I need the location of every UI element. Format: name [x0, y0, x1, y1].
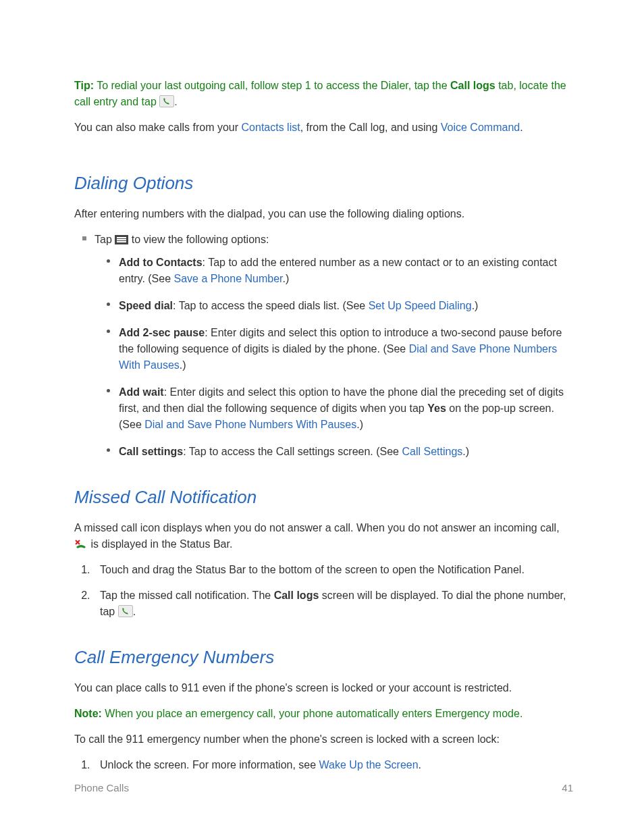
tip-text-1: To redial your last outgoing call, follo…: [97, 80, 450, 91]
s2-pre: Tap the missed call notification. The: [100, 590, 274, 601]
page-footer: Phone Calls 41: [74, 782, 573, 793]
tap-post: to view the following options:: [128, 234, 269, 245]
heading-missed-call: Missed Call Notification: [74, 487, 573, 508]
option-add-2sec-pause: Add 2-sec pause: Enter digits and select…: [119, 325, 573, 373]
missed-lead: A missed call icon displays when you do …: [74, 520, 573, 552]
opt-yes: Yes: [427, 402, 446, 414]
e1-pre: Unlock the screen. For more information,…: [100, 759, 319, 771]
note-label: Note:: [74, 708, 102, 719]
dial-icon: [159, 95, 174, 107]
option-add-to-contacts: Add to Contacts: Tap to add the entered …: [119, 255, 573, 287]
opt-post: .): [462, 446, 469, 457]
missed-call-icon: [74, 538, 88, 549]
tip-bold-call-logs: Call logs: [450, 80, 495, 91]
opt-bold: Call settings: [119, 446, 183, 457]
opt-post: .): [283, 273, 290, 284]
option-call-settings: Call settings: Tap to access the Call se…: [119, 444, 573, 460]
dialing-tap-item: Tap to view the following options: Add t…: [95, 232, 573, 460]
opt-bold: Add wait: [119, 386, 164, 398]
missed-lead-pre: A missed call icon displays when you do …: [74, 522, 560, 533]
opt-bold: Add to Contacts: [119, 257, 203, 268]
footer-page-number: 41: [562, 782, 573, 793]
dialing-options-list: Add to Contacts: Tap to add the entered …: [95, 255, 573, 460]
opt-post: .): [180, 359, 186, 371]
link-voice-command[interactable]: Voice Command: [441, 122, 520, 133]
option-speed-dial: Speed dial: Tap to access the speed dial…: [119, 298, 573, 314]
dialing-lead: After entering numbers with the dialpad,…: [74, 206, 573, 222]
emergency-step-1: Unlock the screen. For more information,…: [93, 757, 573, 773]
opt-post: .): [356, 419, 363, 430]
link-wake-up-screen[interactable]: Wake Up the Screen: [319, 759, 419, 771]
tip-paragraph: Tip: To redial your last outgoing call, …: [74, 78, 573, 110]
opt-post: .): [472, 300, 479, 311]
opt-bold: Add 2-sec pause: [119, 327, 205, 338]
intro-post: .: [520, 122, 522, 133]
footer-section: Phone Calls: [74, 782, 129, 793]
link-contacts-list[interactable]: Contacts list: [242, 122, 300, 133]
emergency-lead: You can place calls to 911 even if the p…: [74, 680, 573, 696]
option-add-wait: Add wait: Enter digits and select this o…: [119, 384, 573, 433]
heading-emergency: Call Emergency Numbers: [74, 647, 573, 668]
intro-paragraph: You can also make calls from your Contac…: [74, 120, 573, 136]
heading-dialing-options: Dialing Options: [74, 173, 573, 194]
note-text: When you place an emergency call, your p…: [105, 708, 522, 719]
link-set-up-speed-dialing[interactable]: Set Up Speed Dialing: [369, 300, 472, 311]
s2-post: .: [133, 606, 136, 617]
link-save-phone-number[interactable]: Save a Phone Number: [174, 273, 283, 284]
e1-post: .: [419, 759, 421, 771]
emergency-body: To call the 911 emergency number when th…: [74, 731, 573, 748]
emergency-note: Note: When you place an emergency call, …: [74, 706, 573, 722]
emergency-steps: Unlock the screen. For more information,…: [74, 757, 573, 773]
dialing-outer-list: Tap to view the following options: Add t…: [74, 232, 573, 460]
tap-pre: Tap: [95, 234, 115, 245]
missed-step-1: Touch and drag the Status Bar to the bot…: [93, 562, 573, 578]
missed-steps: Touch and drag the Status Bar to the bot…: [74, 562, 573, 620]
s2-bold: Call logs: [274, 590, 319, 601]
opt-text: : Tap to access the Call settings screen…: [183, 446, 402, 457]
missed-lead-post: is displayed in the Status Bar.: [88, 538, 232, 550]
link-dial-save-pauses-2[interactable]: Dial and Save Phone Numbers With Pauses: [144, 419, 356, 430]
tip-label: Tip:: [74, 80, 94, 91]
dial-icon: [118, 605, 133, 617]
tip-text-3: .: [174, 96, 177, 107]
intro-mid: , from the Call log, and using: [300, 122, 441, 133]
opt-text: : Tap to access the speed dials list. (S…: [173, 300, 369, 311]
missed-step-2: Tap the missed call notification. The Ca…: [93, 588, 573, 620]
link-call-settings[interactable]: Call Settings: [402, 446, 462, 457]
menu-icon: [115, 235, 128, 244]
opt-bold: Speed dial: [119, 300, 173, 311]
intro-pre: You can also make calls from your: [74, 122, 242, 133]
